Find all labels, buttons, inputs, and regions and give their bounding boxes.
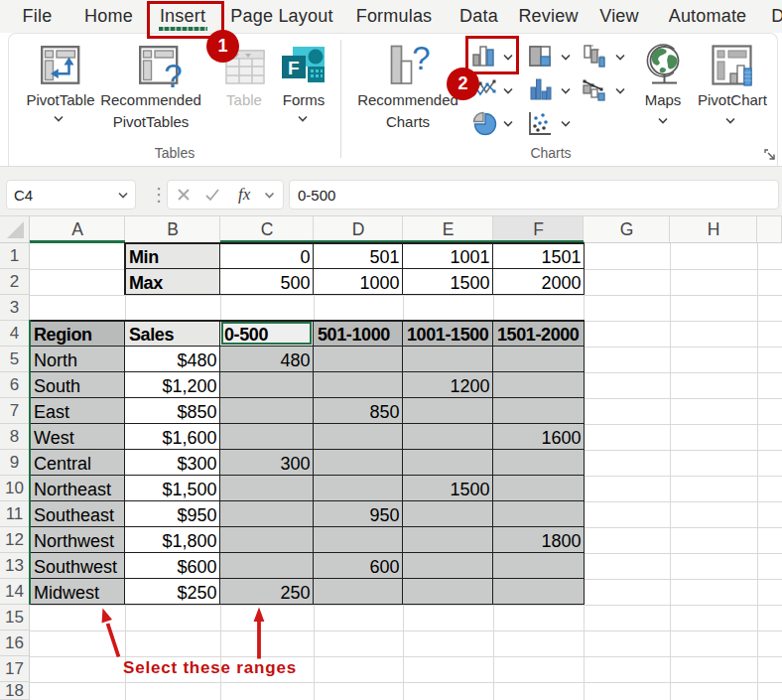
svg-text:?: ? (164, 58, 182, 89)
svg-text:F: F (288, 58, 300, 78)
svg-text:?: ? (412, 45, 430, 76)
